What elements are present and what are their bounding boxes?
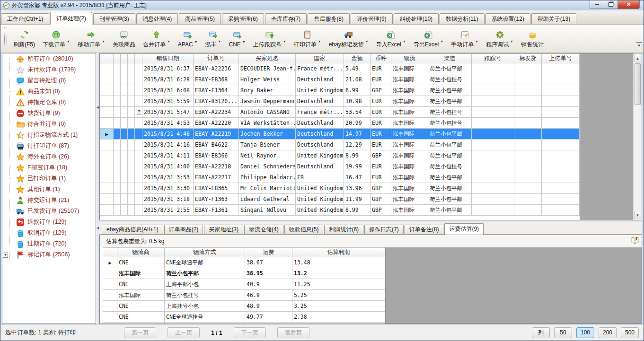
order-cell-tracking[interactable] xyxy=(472,150,514,161)
order-cell-country[interactable]: France métr... xyxy=(296,107,344,118)
row-selector-cell[interactable] xyxy=(103,279,117,290)
order-cell-buyer[interactable]: Holger Weiss xyxy=(239,74,296,85)
order-cell-buyer[interactable]: VIA Werkstätten ... xyxy=(239,118,296,129)
dropdown-caret-icon[interactable]: ▼ xyxy=(510,40,513,43)
menu-tab-listing-management[interactable]: 刊登管理(3) xyxy=(93,13,135,24)
order-cell-upload[interactable] xyxy=(542,85,580,96)
shipping-cell-profit[interactable] xyxy=(292,323,385,324)
flag-cell[interactable] xyxy=(128,140,135,150)
order-cell-amount[interactable]: 53.54 xyxy=(344,107,371,118)
order-cell-country[interactable]: Deutschland xyxy=(296,96,344,107)
order-cell-amount[interactable]: 14.97 xyxy=(344,129,371,140)
flag-cell[interactable] xyxy=(121,85,128,96)
order-cell-channel[interactable]: 荷兰小包平邮 xyxy=(428,85,472,96)
dropdown-caret-icon[interactable]: ▼ xyxy=(102,40,105,43)
order-cell-country[interactable]: Deutschland xyxy=(296,140,344,150)
order-cell-shipped[interactable] xyxy=(514,194,542,205)
menu-tab-feedback-management[interactable]: 评价管理(9) xyxy=(351,13,393,24)
order-cell-order[interactable]: EBAY-E8365 xyxy=(194,183,239,194)
sidebar-item-unknown-product[interactable]: 商品未知 (0) xyxy=(2,86,96,97)
order-cell-channel[interactable]: 荷兰小包平邮 xyxy=(428,183,472,194)
order-cell-amount[interactable]: 6.99 xyxy=(344,85,371,96)
dropdown-caret-icon[interactable]: ▼ xyxy=(440,40,443,43)
order-cell-channel[interactable]: 荷兰小包挂号 xyxy=(428,74,472,85)
import-excel-button[interactable]: 导入Excel▼ xyxy=(372,28,410,49)
order-cell-amount[interactable]: 10.98 xyxy=(344,96,371,107)
sidebar-item-eub-orders[interactable]: E邮宝订单 (18) xyxy=(2,162,96,173)
row-selector-cell[interactable]: ▶ xyxy=(100,129,114,140)
flag-cell[interactable] xyxy=(135,96,142,107)
scroll-down-icon[interactable]: ▼ xyxy=(634,211,641,219)
order-cell-currency[interactable]: EUR xyxy=(371,96,391,107)
flag-cell[interactable] xyxy=(121,63,128,74)
order-cell-buyer[interactable]: Tanja Biener xyxy=(239,140,296,150)
order-cell-tracking[interactable] xyxy=(472,161,514,172)
order-cell-date[interactable]: 2015/8/31 4:46 xyxy=(142,129,194,140)
order-cell-channel[interactable]: 荷兰小包平邮 xyxy=(428,150,472,161)
menu-tab-dispute-processing[interactable]: 纠纷处理(10) xyxy=(394,13,439,24)
order-cell-shipped[interactable] xyxy=(514,118,542,129)
dropdown-caret-icon[interactable]: ▼ xyxy=(242,40,246,44)
flag-cell[interactable] xyxy=(135,107,142,118)
flag-cell[interactable] xyxy=(135,140,142,150)
dropdown-caret-icon[interactable]: ▼ xyxy=(283,40,286,43)
flag-cell[interactable] xyxy=(128,129,135,140)
order-cell-shipped[interactable] xyxy=(514,85,542,96)
order-cell-logistics[interactable]: 泓丰国际 xyxy=(391,107,428,118)
flag-cell[interactable] xyxy=(128,150,135,161)
order-row[interactable]: 2015/8/31 4:11EBAY-E8366Neil RaynorUnite… xyxy=(100,150,580,161)
order-cell-date[interactable]: 2015/8/31 4:00 xyxy=(142,161,194,172)
minimize-button[interactable] xyxy=(590,0,604,9)
flag-cell[interactable] xyxy=(114,172,121,183)
sidebar-item-assign-logistics[interactable]: 待指定物流方式 (1) xyxy=(2,130,96,140)
order-cell-tracking[interactable] xyxy=(472,194,514,205)
order-cell-buyer[interactable]: Singani Ndlovu xyxy=(239,205,296,216)
flag-cell[interactable] xyxy=(114,85,121,96)
order-cell-amount[interactable]: 19.99 xyxy=(344,161,371,172)
order-cell-logistics[interactable]: 泓丰国际 xyxy=(391,194,428,205)
order-cell-currency[interactable]: EUR xyxy=(371,161,391,172)
row-selector-cell[interactable] xyxy=(100,118,114,129)
sidebar-item-unpaid-orders[interactable]: 未付款订单 (1739) xyxy=(2,64,96,75)
scroll-up-icon[interactable]: ▲ xyxy=(634,54,641,62)
menu-tab-system-settings[interactable]: 系统设置(12) xyxy=(485,13,530,24)
next-page-button[interactable]: 下一页 xyxy=(234,327,266,338)
row-selector-cell[interactable] xyxy=(103,301,117,312)
dropdown-caret-icon[interactable]: ▼ xyxy=(365,40,369,43)
flag-cell[interactable] xyxy=(121,118,128,129)
row-selector-cell[interactable] xyxy=(103,290,117,301)
flag-cell[interactable] xyxy=(114,194,121,205)
sidebar-item-refunded-orders[interactable]: 退款订单 (129) xyxy=(2,217,96,227)
order-cell-logistics[interactable]: 泓丰国际 xyxy=(391,96,428,107)
sidebar-item-flagged-orders[interactable]: +标记订单 (2506) xyxy=(2,249,96,260)
order-cell-currency[interactable]: EUR xyxy=(371,172,391,183)
order-row[interactable]: 2015/8/31 3:18EBAY-F1363Edward GatheralU… xyxy=(100,194,580,205)
close-button[interactable]: ✕ xyxy=(618,0,640,9)
shipping-cell-carrier[interactable]: CNE xyxy=(117,312,165,323)
flag-cell[interactable] xyxy=(121,205,128,216)
row-selector-cell[interactable] xyxy=(100,172,114,183)
scrollbar-track[interactable] xyxy=(634,105,642,210)
order-cell-currency[interactable]: GBP xyxy=(371,194,391,205)
order-cell-upload[interactable] xyxy=(542,194,580,205)
shipping-cell-carrier[interactable]: 泓丰国际 xyxy=(117,290,165,301)
order-cell-logistics[interactable]: 泓丰国际 xyxy=(391,205,428,216)
sidebar-item-orders-to-merge[interactable]: 待合并订单 (0) xyxy=(2,119,96,130)
order-cell-tracking[interactable] xyxy=(472,140,514,150)
order-cell-currency[interactable]: GBP xyxy=(371,205,391,216)
row-selector-cell[interactable] xyxy=(103,312,117,323)
shipping-cell-cost[interactable]: 46.9 xyxy=(245,290,292,301)
detail-tab-logistics-warehouse[interactable]: 物流仓储(4) xyxy=(244,225,283,234)
order-cell-shipped[interactable] xyxy=(514,172,542,183)
flag-cell[interactable] xyxy=(135,183,142,194)
order-cell-shipped[interactable] xyxy=(514,161,542,172)
row-selector-cell[interactable] xyxy=(100,150,114,161)
row-selector-cell[interactable] xyxy=(100,205,114,216)
detail-tab-order-notes[interactable]: 订单备注(8) xyxy=(405,225,444,234)
sidebar-item-orders-to-dispatch[interactable]: 待交运订单 (21) xyxy=(2,195,96,206)
shipping-option-row[interactable]: 全球邮宝 xyxy=(103,323,385,324)
order-row[interactable]: 2015/8/31 6:37EBAY-A22236DECOUDIER Jean-… xyxy=(100,63,580,74)
order-cell-country[interactable]: Deutschland xyxy=(296,161,344,172)
order-cell-upload[interactable] xyxy=(542,107,580,118)
shipping-option-row[interactable]: ▶CNECNE全球通平邮38.6713.48 xyxy=(103,257,385,268)
